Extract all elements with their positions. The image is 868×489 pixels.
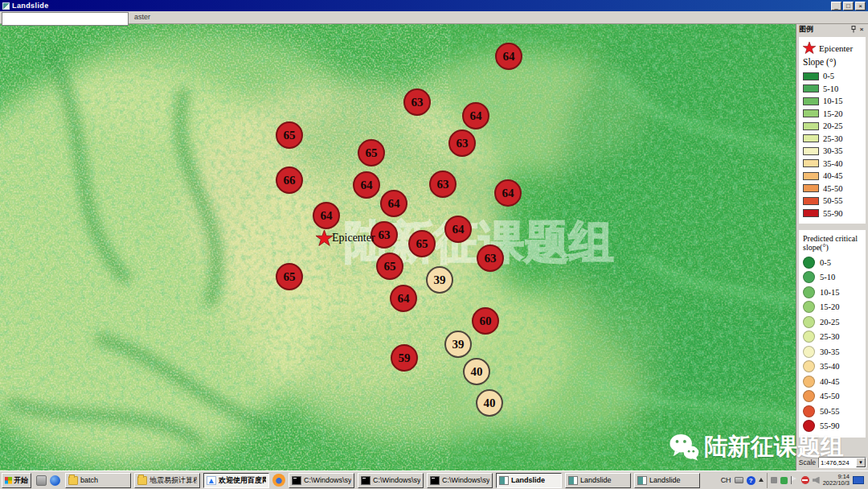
minimize-button[interactable]	[831, 2, 841, 10]
critical-class-row: 10-15	[803, 285, 862, 300]
layer-combo[interactable]	[2, 12, 129, 26]
app-icon	[2, 2, 10, 10]
critical-class-row: 5-10	[803, 270, 862, 286]
critical-class-row: 40-45	[803, 374, 862, 389]
panel-close-icon[interactable]: ×	[858, 26, 866, 34]
critical-swatch	[803, 271, 815, 283]
baidu-icon	[207, 476, 216, 485]
firefox-icon[interactable]	[272, 474, 285, 487]
scale-control: Scale 1:476,524 ▼	[799, 457, 866, 468]
pin-icon[interactable]	[850, 26, 858, 34]
slope-class-label: 20-25	[823, 121, 843, 130]
slope-marker[interactable]: 63	[403, 88, 431, 116]
slope-marker[interactable]: 63	[448, 129, 476, 157]
legend-panel-header: 图例 ×	[796, 24, 868, 35]
epicenter-star-icon	[803, 42, 816, 54]
taskbar-button[interactable]: C:\Windows\syst...	[289, 473, 354, 488]
slope-marker[interactable]: 65	[276, 263, 303, 290]
slope-class-label: 55-90	[823, 209, 843, 218]
slope-marker[interactable]: 64	[494, 179, 522, 207]
no-entry-icon[interactable]	[801, 476, 809, 484]
slope-marker[interactable]: 63	[477, 244, 504, 272]
taskbar-button[interactable]: Landslide	[565, 473, 631, 488]
legend-panel: 图例 × Epicenter Slope (°) 0-55-1010-1515-…	[796, 24, 868, 471]
clock[interactable]: 9:14 2022/10/3	[823, 474, 850, 487]
internet-icon[interactable]	[50, 475, 60, 486]
slope-swatch	[803, 122, 819, 130]
slope-class-row: 15-20	[803, 108, 862, 121]
critical-class-label: 55-90	[820, 421, 840, 430]
help-icon[interactable]	[747, 476, 755, 485]
tray-right-icons	[771, 476, 820, 484]
expand-arrow[interactable]	[759, 478, 764, 482]
critical-class-label: 5-10	[820, 273, 835, 281]
scale-combo[interactable]: 1:476,524 ▼	[818, 457, 866, 468]
slope-class-row: 45-50	[803, 183, 862, 195]
critical-swatch	[803, 420, 815, 432]
epicenter-marker[interactable]: Epicenter	[316, 230, 375, 246]
scale-value: 1:476,524	[819, 459, 856, 466]
slope-marker[interactable]: 64	[390, 285, 417, 312]
slope-marker[interactable]: 66	[276, 166, 303, 194]
taskbar: 开始 batch地震易损计算程...欢迎使用百度网盘C:\Windows\sys…	[0, 471, 868, 489]
slope-marker[interactable]: 65	[408, 230, 436, 257]
network-icon[interactable]	[853, 476, 864, 484]
slope-marker[interactable]: 64	[444, 216, 472, 243]
tray-right: 9:14 2022/10/3	[767, 473, 864, 488]
taskbar-button[interactable]: 地震易损计算程...	[134, 473, 200, 488]
slope-legend-box: Epicenter Slope (°) 0-55-1010-1515-2020-…	[799, 37, 866, 224]
printer-icon[interactable]	[735, 477, 743, 483]
slope-marker[interactable]: 65	[276, 121, 303, 149]
slope-marker[interactable]: 39	[426, 266, 453, 294]
start-button[interactable]: 开始	[2, 473, 31, 488]
critical-swatch	[803, 301, 815, 313]
pen-icon[interactable]	[771, 477, 777, 483]
close-button[interactable]	[855, 2, 866, 10]
cmd-icon	[292, 476, 301, 485]
flag-tray-icon[interactable]	[791, 476, 798, 484]
slope-marker[interactable]: 64	[495, 43, 522, 70]
volume-icon[interactable]	[813, 477, 820, 484]
language-indicator[interactable]: CH	[721, 476, 731, 484]
slope-class-label: 30-35	[823, 146, 843, 155]
slope-marker[interactable]: 65	[376, 253, 403, 280]
scale-label: Scale	[799, 458, 816, 466]
slope-class-list: 0-55-1010-1515-2020-2525-3030-3535-4040-…	[803, 70, 862, 220]
scale-dropdown-icon[interactable]: ▼	[856, 458, 866, 467]
slope-marker[interactable]: 64	[353, 171, 380, 199]
slope-marker[interactable]: 40	[476, 389, 503, 417]
taskbar-button[interactable]: 欢迎使用百度网盘	[203, 473, 269, 488]
slope-class-label: 10-15	[823, 97, 843, 105]
slope-marker[interactable]: 63	[429, 171, 457, 198]
slope-marker[interactable]: 65	[358, 139, 385, 166]
taskbar-button[interactable]: C:\Windows\syst...	[427, 473, 493, 488]
slope-swatch	[803, 109, 819, 117]
slope-marker[interactable]: 64	[380, 190, 407, 217]
taskbar-button[interactable]: C:\Windows\syst...	[358, 473, 424, 488]
folder-icon	[137, 476, 147, 485]
critical-class-row: 20-25	[803, 314, 862, 330]
green-dot-icon[interactable]	[780, 477, 788, 484]
critical-class-row: 45-50	[803, 389, 862, 405]
slope-swatch	[803, 97, 819, 105]
taskbar-button-label: Landslide	[511, 476, 545, 484]
show-desktop-icon[interactable]	[36, 475, 47, 486]
taskbar-button[interactable]: Landslide	[496, 473, 562, 488]
critical-class-row: 35-40	[803, 360, 862, 375]
critical-class-row: 30-35	[803, 344, 862, 360]
slope-marker[interactable]: 40	[463, 358, 490, 385]
critical-class-label: 25-30	[820, 332, 840, 341]
taskbar-button[interactable]: Landslide	[634, 473, 700, 488]
slope-marker[interactable]: 60	[472, 307, 499, 335]
slope-marker[interactable]: 59	[391, 344, 418, 372]
slope-marker[interactable]: 64	[462, 102, 489, 129]
maximize-button[interactable]	[843, 2, 854, 10]
slope-marker[interactable]: 39	[444, 331, 472, 358]
clock-date: 2022/10/3	[823, 479, 850, 487]
taskbar-button-label: 欢迎使用百度网盘	[219, 475, 266, 486]
slope-swatch	[803, 209, 819, 217]
taskbar-button[interactable]: batch	[65, 473, 131, 488]
critical-swatch	[803, 286, 815, 298]
critical-class-label: 20-25	[820, 318, 840, 327]
slope-marker[interactable]: 64	[313, 202, 340, 229]
